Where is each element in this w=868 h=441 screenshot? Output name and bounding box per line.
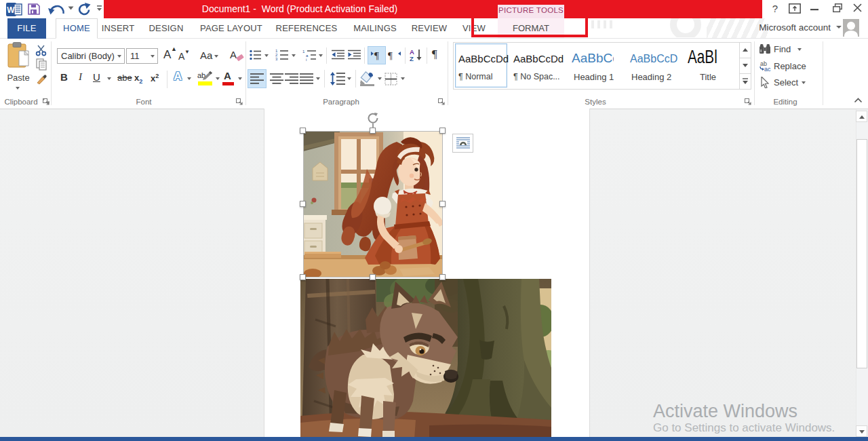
svg-text:1: 1 [302,50,305,54]
svg-text:W: W [7,5,15,15]
svg-text:¶: ¶ [374,50,379,60]
svg-text:i: i [306,58,307,62]
svg-text:Z: Z [410,55,414,62]
svg-text:3: 3 [275,57,278,61]
svg-text:ac: ac [764,66,771,72]
svg-text:¶: ¶ [388,50,393,60]
